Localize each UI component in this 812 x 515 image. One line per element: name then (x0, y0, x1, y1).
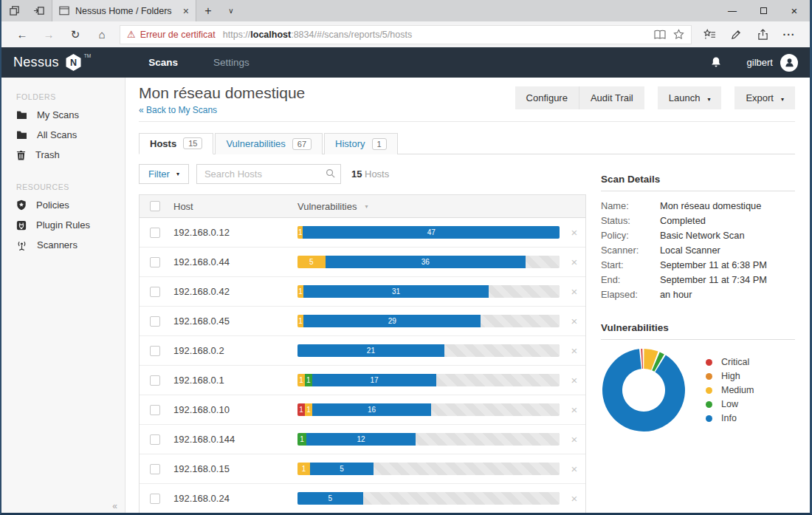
sidebar-item-trash[interactable]: Trash (1, 145, 125, 165)
window-close-button[interactable]: × (779, 0, 810, 21)
nessus-logo[interactable]: Nessus N TM (13, 53, 91, 72)
detail-value: Mon réseau domestique (660, 199, 761, 214)
sidebar-collapse-icon[interactable]: « (112, 501, 117, 511)
dismiss-row-icon[interactable]: × (563, 463, 585, 475)
table-row[interactable]: 192.168.0.144 112 × (140, 425, 585, 454)
vulnerability-bar[interactable]: 15 (297, 463, 560, 475)
window-maximize-button[interactable] (748, 0, 779, 21)
table-row[interactable]: 192.168.0.42 131 × (140, 277, 585, 307)
row-checkbox[interactable] (150, 257, 160, 267)
home-icon[interactable]: ⌂ (89, 28, 115, 41)
forward-icon[interactable]: → (35, 28, 62, 41)
new-tab-button[interactable]: + (196, 0, 220, 21)
dismiss-row-icon[interactable]: × (563, 433, 585, 446)
sidebar-item-policies[interactable]: Policies (1, 195, 125, 215)
vulnerabilities-column-header[interactable]: Vulnerabilities▾ (297, 201, 585, 212)
dismiss-row-icon[interactable]: × (563, 374, 585, 386)
row-checkbox[interactable] (150, 316, 160, 327)
table-row[interactable]: 192.168.0.15 15 × (140, 454, 585, 484)
sidebar-item-plugin-rules[interactable]: Plugin Rules (1, 215, 125, 235)
sidebar-item-scanners[interactable]: Scanners (1, 235, 125, 255)
favorites-hub-icon[interactable] (696, 29, 723, 40)
tab-history[interactable]: History 1 (324, 133, 398, 154)
dismiss-row-icon[interactable]: × (563, 492, 585, 505)
brand-name: Nessus (13, 53, 59, 71)
sidebar-item-my-scans[interactable]: My Scans (1, 105, 125, 125)
browser-tab-bar: Nessus Home / Folders × + ∨ — × (1, 0, 810, 21)
annotate-pen-icon[interactable] (723, 29, 749, 40)
table-row[interactable]: 192.168.0.24 5 × (140, 484, 585, 513)
tab-vulnerabilities[interactable]: Vulnerabilities 67 (215, 133, 323, 154)
donut-slice-info[interactable] (602, 349, 685, 432)
host-column-header[interactable]: Host (173, 201, 297, 212)
nav-scans[interactable]: Scans (148, 57, 178, 68)
legend-label: Low (721, 399, 738, 409)
select-all-checkbox[interactable] (150, 201, 160, 211)
certificate-error-text[interactable]: Erreur de certificat (140, 30, 216, 40)
row-checkbox[interactable] (150, 464, 160, 474)
detail-row-name-: Name: Mon réseau domestique (601, 199, 795, 214)
dismiss-row-icon[interactable]: × (563, 315, 585, 327)
row-checkbox[interactable] (150, 228, 160, 238)
tab-preview-icon[interactable] (1, 0, 27, 21)
back-icon[interactable]: ← (9, 28, 35, 41)
dismiss-row-icon[interactable]: × (563, 226, 585, 239)
launch-button[interactable]: Launch▾ (658, 86, 722, 109)
row-checkbox[interactable] (150, 494, 160, 504)
browser-url-bar: ← → ↻ ⌂ ⚠ Erreur de certificat https://l… (1, 21, 810, 47)
table-row[interactable]: 192.168.0.44 536 × (140, 248, 585, 277)
dismiss-row-icon[interactable]: × (563, 403, 585, 416)
bar-segment-info: 17 (312, 374, 436, 386)
refresh-icon[interactable]: ↻ (62, 28, 89, 41)
add-favorite-star-icon[interactable] (673, 29, 684, 40)
vulnerability-bar[interactable]: 536 (297, 256, 560, 268)
vulnerability-bar[interactable]: 129 (297, 315, 560, 327)
bar-segment-medium: 1 (297, 315, 303, 327)
table-row[interactable]: 192.168.0.45 129 × (140, 307, 585, 336)
table-row[interactable]: 192.168.0.10 1116 × (140, 395, 585, 425)
dismiss-row-icon[interactable]: × (563, 344, 585, 357)
tab-list-chevron-icon[interactable]: ∨ (220, 0, 242, 21)
dismiss-row-icon[interactable]: × (563, 285, 585, 298)
share-icon[interactable] (749, 29, 776, 40)
nav-settings[interactable]: Settings (213, 57, 250, 68)
export-button[interactable]: Export▾ (734, 86, 795, 109)
back-to-my-scans-link[interactable]: « Back to My Scans (139, 105, 217, 115)
tab-hosts[interactable]: Hosts 15 (139, 133, 213, 154)
row-checkbox[interactable] (150, 405, 160, 415)
username[interactable]: gilbert (747, 57, 773, 68)
row-checkbox[interactable] (150, 346, 160, 356)
sidebar-item-all-scans[interactable]: All Scans (1, 125, 125, 145)
dismiss-row-icon[interactable]: × (563, 256, 585, 268)
audit-trail-button[interactable]: Audit Trail (579, 86, 644, 109)
configure-button[interactable]: Configure (515, 86, 579, 109)
address-field[interactable]: ⚠ Erreur de certificat https://localhost… (120, 25, 692, 44)
vulnerability-bar[interactable]: 147 (297, 226, 560, 239)
row-checkbox[interactable] (150, 375, 160, 386)
filter-button[interactable]: Filter▾ (139, 164, 189, 184)
set-tabs-aside-icon[interactable] (27, 0, 52, 21)
vulnerability-bar[interactable]: 131 (297, 285, 560, 298)
detail-row-status-: Status: Completed (601, 214, 795, 228)
row-checkbox[interactable] (150, 287, 160, 297)
more-options-icon[interactable]: ··· (776, 29, 802, 41)
vulnerability-bar[interactable]: 112 (297, 433, 560, 446)
detail-label: Start: (601, 258, 660, 273)
vulnerability-bar[interactable]: 21 (297, 344, 560, 357)
table-row[interactable]: 192.168.0.12 147 × (140, 218, 585, 248)
tab-close-icon[interactable]: × (183, 5, 189, 17)
table-row[interactable]: 192.168.0.2 21 × (140, 336, 585, 366)
user-avatar[interactable] (780, 54, 798, 72)
detail-value: Basic Network Scan (660, 228, 745, 243)
notifications-bell-icon[interactable] (710, 56, 722, 69)
donut-slice-critical[interactable] (641, 349, 643, 369)
row-checkbox[interactable] (150, 434, 160, 445)
table-row[interactable]: 192.168.0.1 1117 × (140, 366, 585, 395)
vulnerability-bar[interactable]: 5 (297, 492, 560, 505)
vulnerability-bar[interactable]: 1117 (297, 374, 560, 386)
window-minimize-button[interactable]: — (717, 0, 748, 21)
search-hosts-input[interactable] (196, 164, 341, 184)
vulnerability-bar[interactable]: 1116 (297, 403, 560, 416)
reading-view-icon[interactable] (654, 30, 666, 40)
browser-tab[interactable]: Nessus Home / Folders × (52, 0, 196, 21)
